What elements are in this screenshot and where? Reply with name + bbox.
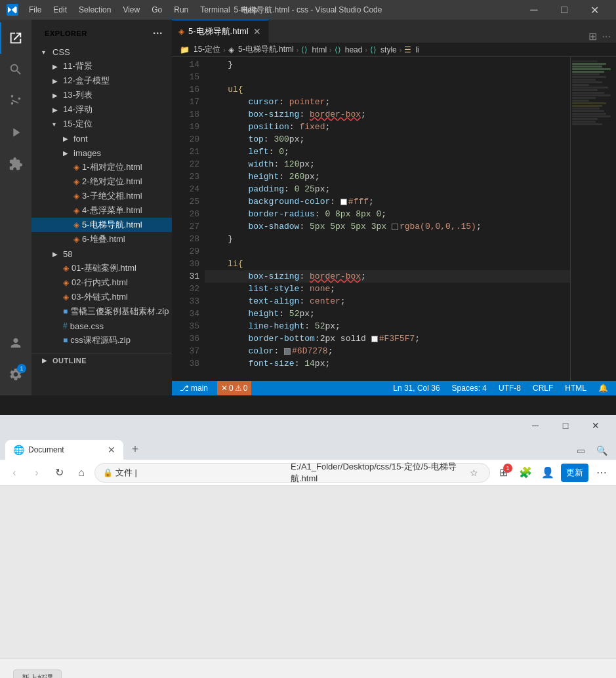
browser-tab-bar: 🌐 Document ✕ + ▭ 🔍 — [0, 436, 616, 460]
tree-root-css[interactable]: ▾ CSS — [31, 45, 172, 59]
line-num-32: 32 — [177, 283, 199, 295]
activity-account[interactable] — [0, 327, 31, 359]
sidebar-item-12[interactable]: ▶ 12-盒子模型 — [31, 73, 172, 88]
browser-tab-active[interactable]: 🌐 Document ✕ — [5, 440, 123, 460]
collections-button[interactable]: ⊞ 1 — [494, 464, 512, 482]
sidebar-item-file5[interactable]: ◈ 5-电梯导航.html — [31, 218, 172, 232]
color-swatch-fff — [340, 199, 347, 205]
editor-tab-active[interactable]: ◈ 5-电梯导航.html ✕ — [172, 20, 269, 43]
status-spaces[interactable]: Spaces: 4 — [449, 384, 489, 393]
sidebar-item-11[interactable]: ▶ 11-背景 — [31, 59, 172, 73]
minimize-button[interactable]: ─ — [519, 0, 549, 20]
status-eol[interactable]: CRLF — [530, 384, 556, 393]
tab-minimize-icon[interactable]: ▭ — [571, 441, 590, 460]
sidebar-item-base-css[interactable]: ▶ # base.css — [31, 319, 172, 333]
tab-search-icon[interactable]: 🔍 — [592, 441, 611, 460]
tree-label-file2: 2-绝对定位.html — [82, 176, 142, 188]
line-num-18: 18 — [177, 108, 199, 121]
status-branch[interactable]: ⎇ main — [177, 384, 211, 393]
star-button[interactable]: ☆ — [466, 465, 482, 481]
zip-file-icon: ■ — [63, 307, 68, 316]
breadcrumb-file[interactable]: 5-电梯导航.html — [238, 44, 294, 55]
outline-section[interactable]: ▶ OUTLINE — [31, 353, 172, 367]
menu-terminal[interactable]: Terminal — [195, 4, 235, 16]
refresh-button[interactable]: ↻ — [50, 464, 68, 482]
code-editor[interactable]: } ul{ cursor: pointer; box-sizing: borde… — [205, 57, 570, 381]
sidebar-item-01[interactable]: ▶ ◈ 01-基础案例.html — [31, 261, 172, 275]
close-button[interactable]: ✕ — [579, 0, 609, 20]
browser-maximize[interactable]: □ — [550, 415, 581, 436]
line-num-37: 37 — [177, 345, 199, 357]
more-actions-button[interactable]: ··· — [602, 31, 611, 43]
minimap-line — [572, 102, 606, 104]
bottom-tab[interactable]: 新上好课 — [13, 669, 62, 678]
update-button[interactable]: 更新 — [561, 464, 588, 482]
address-url: E:/A1_Folder/Desktop/css/15-定位/5-电梯导航.ht… — [291, 461, 463, 485]
code-token: line-height — [207, 320, 304, 332]
breadcrumb-li[interactable]: li — [415, 45, 419, 54]
breadcrumb-style[interactable]: style — [380, 45, 397, 54]
menu-selection[interactable]: Selection — [73, 4, 116, 16]
sidebar-item-58[interactable]: ▶ 58 — [31, 247, 172, 261]
code-token: text-align — [207, 295, 299, 308]
sidebar-item-02[interactable]: ▶ ◈ 02-行内式.html — [31, 275, 172, 290]
status-errors[interactable]: ✕ 0 ⚠ 0 — [217, 381, 251, 395]
sidebar-item-font[interactable]: ▶ font — [31, 131, 172, 146]
new-tab-button[interactable]: + — [126, 440, 144, 458]
sidebar-more-button[interactable]: ··· — [152, 26, 164, 41]
sidebar-item-zip2[interactable]: ▶ ■ css课程源码.zip — [31, 333, 172, 348]
sidebar-item-14[interactable]: ▶ 14-浮动 — [31, 102, 172, 117]
sidebar-item-15[interactable]: ▾ 15-定位 — [31, 117, 172, 131]
menu-edit[interactable]: Edit — [48, 4, 72, 16]
more-button[interactable]: ⋯ — [592, 464, 611, 482]
activity-explorer[interactable] — [0, 22, 31, 54]
code-token: px; — [289, 133, 304, 146]
breadcrumb-head[interactable]: head — [345, 45, 363, 54]
sidebar-item-zip1[interactable]: ▶ ■ 雪橇三傻案例基础素材.zip — [31, 304, 172, 319]
browser-close[interactable]: ✕ — [581, 415, 611, 436]
code-token: : — [274, 158, 284, 170]
status-encoding[interactable]: UTF-8 — [496, 384, 524, 393]
minimap-content — [571, 57, 616, 129]
status-notifications[interactable]: 🔔 — [596, 384, 611, 393]
sidebar-item-13[interactable]: ▶ 13-列表 — [31, 88, 172, 102]
activity-settings[interactable]: 1 — [0, 359, 31, 390]
split-editor-button[interactable]: ⊞ — [588, 30, 597, 43]
status-position[interactable]: Ln 31, Col 36 — [390, 384, 442, 393]
code-token: : — [299, 270, 310, 283]
activity-run-debug[interactable] — [0, 117, 31, 148]
menu-run[interactable]: Run — [169, 4, 194, 16]
line-num-16: 16 — [177, 83, 199, 96]
browser-minimize[interactable]: ─ — [520, 415, 550, 436]
sidebar-item-file2[interactable]: ◈ 2-绝对定位.html — [31, 174, 172, 189]
code-token: 0 25 — [295, 183, 315, 195]
status-language[interactable]: HTML — [562, 384, 589, 393]
tab-close-button[interactable]: ✕ — [253, 26, 262, 37]
sidebar-item-file1[interactable]: ◈ 1-相对定位.html — [31, 160, 172, 174]
menu-file[interactable]: File — [24, 4, 47, 16]
back-button[interactable]: ‹ — [5, 464, 24, 482]
code-token: box-shadow — [207, 220, 299, 233]
menu-view[interactable]: View — [117, 4, 145, 16]
extensions-button[interactable]: 🧩 — [516, 464, 535, 482]
sidebar-item-images[interactable]: ▶ images — [31, 146, 172, 160]
forward-button[interactable]: › — [28, 464, 46, 482]
sidebar-item-file3[interactable]: ◈ 3-子绝父相.html — [31, 189, 172, 203]
address-bar[interactable]: 🔒 文件 | E:/A1_Folder/Desktop/css/15-定位/5-… — [94, 463, 490, 483]
activity-source-control[interactable] — [0, 85, 31, 117]
sidebar-item-03[interactable]: ▶ ◈ 03-外链式.html — [31, 290, 172, 304]
activity-bottom-icons: 1 — [0, 327, 31, 390]
sidebar-item-file6[interactable]: ◈ 6-堆叠.html — [31, 232, 172, 247]
menu-go[interactable]: Go — [146, 4, 167, 16]
activity-extensions[interactable] — [0, 148, 31, 180]
profile-button[interactable]: 👤 — [539, 464, 557, 482]
browser-tab-close[interactable]: ✕ — [108, 445, 115, 455]
minimap-line — [572, 121, 596, 123]
line-num-36: 36 — [177, 332, 199, 345]
breadcrumb-15[interactable]: 15-定位 — [194, 44, 220, 55]
activity-search[interactable] — [0, 54, 31, 85]
home-button[interactable]: ⌂ — [72, 464, 91, 482]
breadcrumb-html[interactable]: html — [312, 45, 327, 54]
sidebar-item-file4[interactable]: ◈ 4-悬浮菜单.html — [31, 203, 172, 218]
maximize-button[interactable]: □ — [549, 0, 579, 20]
